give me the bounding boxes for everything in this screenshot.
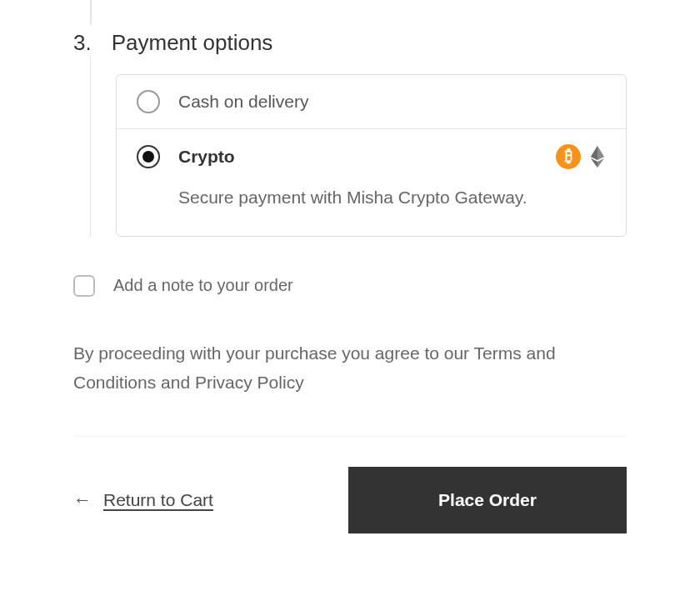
crypto-icons: ₿	[556, 144, 606, 169]
order-note-toggle[interactable]: Add a note to your order	[73, 275, 627, 297]
payment-option-crypto[interactable]: Crypto ₿	[117, 129, 626, 184]
radio-selected-icon	[137, 145, 160, 168]
step-divider	[90, 0, 92, 25]
return-to-cart-label: Return to Cart	[103, 490, 213, 510]
section-rule	[73, 436, 627, 437]
terms-text: By proceeding with your purchase you agr…	[73, 338, 627, 398]
checkbox-unchecked-icon	[73, 275, 95, 297]
checkout-payment-step: 3. Payment options Cash on delivery Cryp…	[0, 0, 700, 567]
svg-marker-3	[591, 158, 598, 168]
ethereum-icon	[589, 145, 606, 168]
payment-options-box: Cash on delivery Crypto ₿	[116, 74, 627, 237]
return-to-cart-link[interactable]: ← Return to Cart	[73, 489, 213, 511]
payment-option-cash[interactable]: Cash on delivery	[117, 75, 626, 128]
step-header: 3. Payment options	[73, 0, 627, 56]
svg-marker-1	[591, 146, 598, 160]
payment-option-description: Secure payment with Misha Crypto Gateway…	[117, 184, 626, 236]
actions-row: ← Return to Cart Place Order	[73, 467, 627, 533]
place-order-button[interactable]: Place Order	[348, 467, 627, 533]
payment-option-label: Crypto	[178, 147, 235, 167]
radio-dot	[142, 151, 154, 163]
step-number: 3.	[73, 30, 92, 56]
arrow-left-icon: ←	[73, 489, 92, 511]
order-note-label: Add a note to your order	[113, 276, 293, 295]
bitcoin-icon: ₿	[556, 144, 581, 169]
step-body: Cash on delivery Crypto ₿	[90, 56, 627, 237]
payment-option-label: Cash on delivery	[178, 92, 308, 112]
radio-unselected-icon	[137, 90, 160, 113]
step-title: Payment options	[112, 30, 273, 56]
